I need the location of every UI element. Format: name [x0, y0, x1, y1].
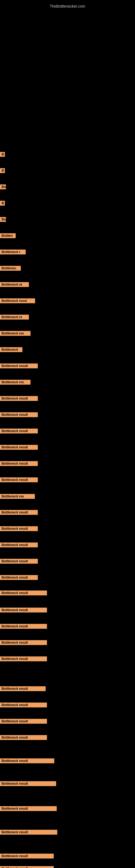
bottleneck-label-21: Bottleneck result: [0, 477, 38, 482]
bottleneck-label-3: Bo: [0, 184, 6, 189]
bottleneck-label-34: Bottleneck result: [0, 703, 47, 707]
bottleneck-label-32: Bottleneck result: [0, 656, 47, 661]
site-title: TheBottlenecker.com: [0, 1, 135, 11]
bottleneck-label-26: Bottleneck result: [0, 559, 38, 564]
bottleneck-label-23: Bottleneck result: [0, 510, 38, 515]
bottleneck-label-41: Bottleneck result: [0, 854, 54, 859]
bottleneck-label-31: Bottleneck result: [0, 640, 47, 645]
bottleneck-label-10: Bottleneck resul: [0, 299, 35, 303]
bottleneck-label-6: Bottlen: [0, 233, 16, 238]
bottleneck-label-19: Bottleneck result: [0, 445, 38, 450]
bottleneck-label-16: Bottleneck result: [0, 396, 38, 401]
bottleneck-label-42: Bottleneck result: [0, 866, 54, 868]
bottleneck-label-8: Bottlenec: [0, 266, 21, 271]
bottleneck-label-1: B: [0, 152, 5, 157]
bottleneck-label-7: Bottleneck r: [0, 250, 26, 254]
bottleneck-label-27: Bottleneck result: [0, 575, 38, 580]
bottleneck-label-37: Bottleneck result: [0, 758, 54, 763]
bottleneck-label-36: Bottleneck result: [0, 735, 47, 740]
bottleneck-label-30: Bottleneck result: [0, 624, 47, 629]
bottleneck-label-17: Bottleneck result: [0, 412, 38, 417]
bottleneck-label-14: Bottleneck result: [0, 364, 38, 368]
bottleneck-label-11: Bottleneck re: [0, 315, 29, 319]
bottleneck-label-18: Bottleneck result: [0, 429, 38, 433]
bottleneck-label-9: Bottleneck re: [0, 282, 29, 287]
bottleneck-label-35: Bottleneck result: [0, 719, 47, 724]
bottleneck-label-4: B: [0, 201, 5, 206]
bottleneck-label-40: Bottleneck result: [0, 830, 57, 835]
bottleneck-label-15: Bottleneck res: [0, 380, 31, 384]
bottleneck-label-28: Bottleneck result: [0, 590, 47, 595]
bottleneck-label-25: Bottleneck result: [0, 542, 38, 547]
bottleneck-label-38: Bottleneck result: [0, 781, 56, 786]
bottleneck-label-2: B: [0, 168, 5, 173]
bottleneck-label-5: Bo: [0, 217, 6, 222]
bottleneck-label-13: Bottleneck: [0, 347, 22, 352]
bottleneck-label-20: Bottleneck result: [0, 461, 38, 466]
bottleneck-label-29: Bottleneck result: [0, 608, 47, 613]
bottleneck-label-12: Bottleneck res: [0, 331, 31, 336]
bottleneck-label-24: Bottleneck result: [0, 526, 38, 531]
bottleneck-label-33: Bottleneck result: [0, 686, 46, 691]
bottleneck-label-39: Bottleneck result: [0, 806, 57, 811]
bottleneck-label-22: Bottleneck res: [0, 494, 35, 499]
